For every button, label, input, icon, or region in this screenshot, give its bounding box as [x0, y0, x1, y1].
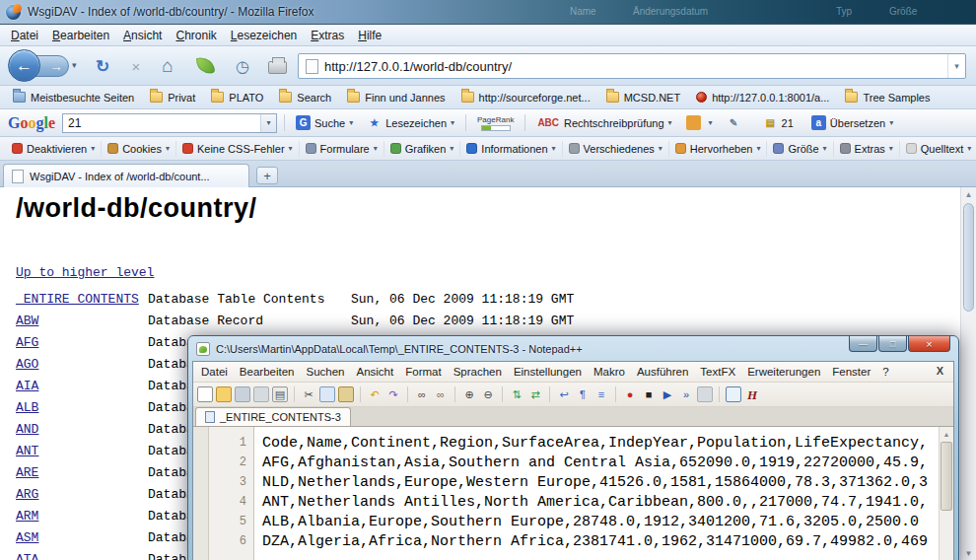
notepadpp-menu-item[interactable]: Erweiterungen — [741, 364, 826, 380]
google-toolbar-button[interactable]: ▤ 21 — [759, 113, 802, 132]
toolbar-separator[interactable] — [404, 386, 411, 402]
google-toolbar-button[interactable]: a Übersetzen ▾ — [807, 113, 897, 132]
directory-entry-link[interactable]: ARM — [16, 509, 148, 524]
directory-entry-link[interactable]: _ENTIRE_CONTENTS — [16, 292, 148, 307]
webdev-menu-item[interactable]: Verschiedenes ▾ — [563, 141, 669, 157]
google-search-dropdown-icon[interactable]: ▾ — [260, 114, 276, 132]
undo-icon[interactable]: ↶ — [367, 386, 383, 402]
new-file-icon[interactable] — [197, 386, 213, 402]
textfx-icon[interactable]: H — [744, 386, 760, 402]
directory-entry-link[interactable]: ARG — [16, 487, 148, 502]
print-icon[interactable] — [268, 61, 287, 74]
home-button[interactable]: ⌂ — [156, 54, 179, 78]
scroll-up-icon[interactable]: ▲ — [940, 427, 953, 441]
menubar-close-x-button[interactable]: X — [937, 365, 943, 377]
scrollbar-thumb[interactable] — [963, 203, 974, 312]
firefox-menu-item[interactable]: Extras — [304, 27, 351, 44]
save-all-icon[interactable] — [253, 386, 269, 402]
record-macro-icon[interactable]: ● — [622, 386, 638, 402]
scroll-up-icon[interactable]: ▲ — [961, 187, 976, 201]
bookmark-item[interactable]: Meistbesuchte Seiten — [6, 90, 141, 105]
doc-monitor-icon[interactable] — [726, 386, 741, 402]
notepadpp-menu-item[interactable]: Datei — [195, 364, 234, 380]
notepadpp-menu-item[interactable]: Fenster — [826, 364, 876, 380]
notepadpp-menu-item[interactable]: Suchen — [300, 364, 350, 380]
minimize-button[interactable]: — — [849, 336, 877, 352]
bookmark-item[interactable]: MCSD.NET — [599, 90, 687, 105]
notepadpp-menu-item[interactable]: Einstellungen — [508, 364, 588, 380]
toolbar-separator[interactable] — [357, 386, 364, 402]
paste-icon[interactable] — [338, 386, 354, 402]
feed-leaf-icon[interactable] — [196, 56, 215, 75]
new-tab-button[interactable]: + — [256, 167, 278, 184]
cut-icon[interactable]: ✂ — [301, 386, 316, 402]
google-toolbar-button[interactable]: ✎ — [723, 113, 753, 132]
bookmark-item[interactable]: http://sourceforge.net... — [454, 90, 597, 105]
play-macro-icon[interactable]: ▶ — [660, 386, 675, 402]
webdev-menu-item[interactable]: Größe ▾ — [767, 141, 833, 157]
webdev-menu-item[interactable]: Hervorheben ▾ — [669, 141, 768, 157]
bookmark-item[interactable]: Search — [272, 90, 338, 105]
directory-entry-link[interactable]: ANT — [16, 444, 148, 458]
toolbar-separator[interactable] — [716, 386, 723, 402]
bookmark-item[interactable]: Tree Samples — [838, 90, 937, 105]
save-macro-icon[interactable] — [697, 386, 713, 402]
webdev-menu-item[interactable]: Keine CSS-Fehler ▾ — [176, 141, 300, 157]
firefox-menu-item[interactable]: Bearbeiten — [45, 27, 116, 44]
close-button[interactable]: × — [908, 336, 950, 352]
bookmark-item[interactable]: http://127.0.0.1:8001/a... — [689, 90, 836, 105]
firefox-menu-item[interactable]: Hilfe — [351, 27, 388, 44]
bookmark-item[interactable]: Privat — [143, 90, 202, 105]
document-tab[interactable]: _ENTIRE_CONTENTS-3 — [195, 407, 351, 426]
notepadpp-menu-item[interactable]: Format — [399, 364, 447, 380]
scroll-down-icon[interactable]: ▼ — [961, 546, 976, 560]
google-toolbar-button[interactable]: ★ Lesezeichen ▾ — [363, 113, 458, 132]
indent-guide-icon[interactable]: ≡ — [593, 386, 609, 402]
firefox-menu-item[interactable]: Lesezeichen — [224, 27, 304, 44]
directory-entry-link[interactable]: AFG — [16, 335, 148, 350]
notepadpp-menu-item[interactable]: Makro — [588, 364, 631, 380]
save-icon[interactable] — [235, 386, 250, 402]
toolbar-separator[interactable] — [499, 386, 506, 402]
toolbar-separator[interactable] — [291, 386, 298, 402]
up-to-higher-level-link[interactable]: Up to higher level — [16, 265, 154, 280]
redo-icon[interactable]: ↷ — [385, 386, 401, 402]
back-button[interactable]: ← — [8, 49, 40, 82]
directory-entry-link[interactable]: ASM — [16, 530, 148, 545]
google-toolbar-button[interactable]: ABC Rechtschreibprüfung ▾ — [532, 113, 675, 132]
notepadpp-menu-item[interactable]: ? — [876, 364, 894, 380]
copy-icon[interactable] — [319, 386, 335, 402]
stop-button[interactable]: × — [124, 54, 148, 78]
history-clock-icon[interactable]: ◷ — [231, 54, 254, 78]
word-wrap-icon[interactable]: ↩ — [556, 386, 572, 402]
directory-entry-link[interactable]: ARE — [16, 465, 148, 480]
bookmark-item[interactable]: Finn und Jannes — [340, 90, 452, 105]
firefox-titlebar[interactable]: WsgiDAV - Index of /world-db/country/ - … — [0, 0, 976, 25]
webdev-menu-item[interactable]: Informationen ▾ — [460, 141, 562, 157]
sync-scroll-horizontal-icon[interactable]: ⇄ — [527, 386, 543, 402]
webdev-menu-item[interactable]: Formulare ▾ — [300, 141, 384, 157]
directory-entry-link[interactable]: ATA — [16, 552, 148, 560]
webdev-menu-item[interactable]: Cookies ▾ — [102, 141, 176, 157]
google-toolbar-button[interactable]: G Suche ▾ — [292, 113, 357, 132]
notepadpp-menu-item[interactable]: Ansicht — [351, 364, 400, 380]
find-icon[interactable]: ∞ — [414, 386, 430, 402]
editor-scrollbar[interactable]: ▲ — [939, 427, 953, 560]
directory-entry-link[interactable]: AND — [16, 422, 148, 437]
stop-record-icon[interactable]: ■ — [641, 386, 657, 402]
toolbar-separator[interactable] — [612, 386, 619, 402]
toolbar-separator[interactable] — [452, 386, 458, 402]
page-scrollbar[interactable]: ▲ ▼ — [960, 187, 976, 560]
replace-icon[interactable]: ∞ — [433, 386, 449, 402]
google-search-input[interactable] — [63, 116, 260, 130]
show-all-characters-icon[interactable]: ¶ — [575, 386, 591, 402]
firefox-menu-item[interactable]: Ansicht — [116, 27, 169, 44]
google-toolbar-button[interactable]: ▾ — [682, 113, 717, 132]
directory-entry-link[interactable]: ABW — [16, 314, 148, 328]
firefox-menu-item[interactable]: Chronik — [169, 27, 223, 44]
editor-area[interactable]: 1 Code,Name,Continent,Region,SurfaceArea… — [193, 427, 953, 560]
firefox-menu-item[interactable]: Datei — [4, 27, 45, 44]
urlbar-dropdown-icon[interactable]: ▾ — [947, 54, 965, 78]
directory-entry-link[interactable]: ALB — [16, 400, 148, 415]
open-folder-icon[interactable] — [216, 386, 232, 402]
